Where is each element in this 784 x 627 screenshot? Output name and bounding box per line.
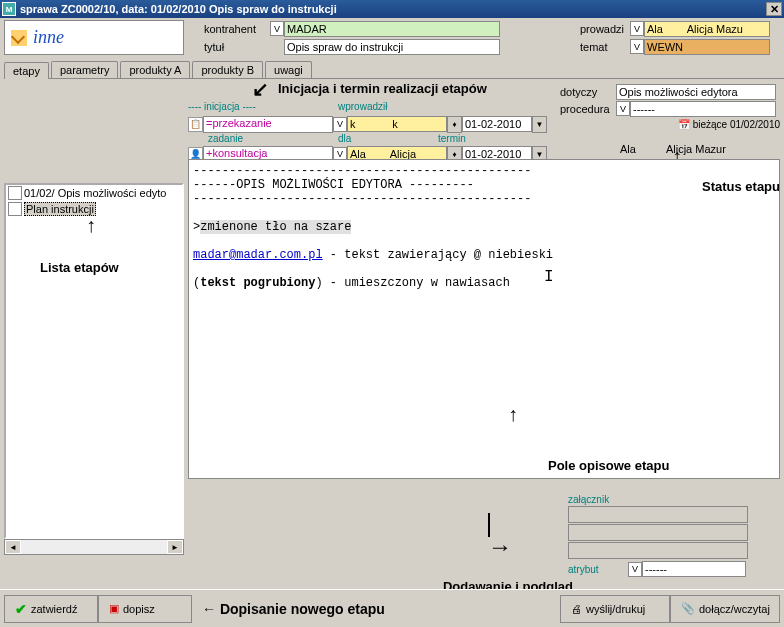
attachment-field-3[interactable] bbox=[568, 542, 748, 559]
atrybut-field[interactable] bbox=[642, 561, 746, 577]
tytul-label: tytuł bbox=[204, 41, 270, 53]
dotyczy-field[interactable] bbox=[616, 84, 776, 100]
category-box[interactable]: inne bbox=[4, 20, 184, 55]
date1-field[interactable] bbox=[462, 116, 532, 132]
title-bar: M sprawa ZC0002/10, data: 01/02/2010 Opi… bbox=[0, 0, 784, 18]
biezace-label: 📅 bieżące 01/02/2010 bbox=[678, 119, 780, 130]
footer-toolbar: ✔ zatwierdź ▣ dopisz ← Dopisanie nowego … bbox=[0, 589, 784, 627]
stage-type-field[interactable]: =przekazanie bbox=[203, 116, 333, 133]
doc-icon bbox=[8, 186, 22, 200]
printer-icon: 🖨 bbox=[571, 603, 582, 615]
dla-header: dla bbox=[338, 133, 438, 144]
app-icon: M bbox=[2, 2, 16, 16]
tab-bar: etapy parametry produkty A produkty B uw… bbox=[4, 61, 784, 79]
list-item[interactable]: Plan instrukcji bbox=[6, 201, 182, 217]
termin-header: termin bbox=[438, 133, 508, 144]
prowadzi-lookup[interactable]: V bbox=[630, 21, 644, 36]
main-area: 01/02/ Opis możliwości edyto Plan instru… bbox=[0, 79, 784, 559]
prowadzi-field[interactable] bbox=[644, 21, 770, 37]
procedura-label: procedura bbox=[560, 103, 616, 115]
procedura-field[interactable] bbox=[630, 101, 776, 117]
tab-produkty-b[interactable]: produkty B bbox=[192, 61, 263, 78]
temat-field[interactable] bbox=[644, 39, 770, 55]
date1-spin[interactable]: ♦ bbox=[447, 116, 462, 133]
zadanie-header: zadanie bbox=[188, 133, 338, 144]
header-area: inne kontrahent V tytuł prowadzi V temat… bbox=[0, 18, 784, 57]
calendar-icon: 📅 bbox=[678, 119, 690, 130]
wprowadzil-lookup[interactable]: V bbox=[333, 117, 347, 132]
tytul-field[interactable] bbox=[284, 39, 500, 55]
list-item-label: Plan instrukcji bbox=[24, 202, 96, 216]
doc-icon bbox=[8, 202, 22, 216]
date1-drop[interactable]: ▼ bbox=[532, 116, 547, 133]
kontrahent-lookup[interactable]: V bbox=[270, 21, 284, 36]
add-button[interactable]: ▣ dopisz bbox=[98, 595, 192, 623]
attachment-area: załącznik atrybut V bbox=[568, 493, 780, 577]
kontrahent-field[interactable] bbox=[284, 21, 500, 37]
status-ala: Ala bbox=[620, 143, 636, 155]
print-button[interactable]: 🖨 wyślij/drukuj bbox=[560, 595, 670, 623]
tab-parametry[interactable]: parametry bbox=[51, 61, 119, 78]
kontrahent-label: kontrahent bbox=[204, 23, 270, 35]
atrybut-label: atrybut bbox=[568, 564, 628, 575]
atrybut-lookup[interactable]: V bbox=[628, 562, 642, 577]
inicjacja-header: ---- inicjacja ---- bbox=[188, 101, 338, 112]
attach-button[interactable]: 📎 dołącz/wczytaj bbox=[670, 595, 780, 623]
annotation-top: Inicjacja i termin realizacji etapów bbox=[278, 81, 487, 96]
window-title: sprawa ZC0002/10, data: 01/02/2010 Opis … bbox=[20, 3, 766, 15]
dotyczy-label: dotyczy bbox=[560, 86, 616, 98]
list-item-label: 01/02/ Opis możliwości edyto bbox=[24, 187, 166, 199]
add-label: dopisz bbox=[123, 603, 155, 615]
procedura-lookup[interactable]: V bbox=[616, 101, 630, 116]
status-area: Ala Alicja Mazur bbox=[620, 143, 780, 155]
tab-produkty-a[interactable]: produkty A bbox=[120, 61, 190, 78]
confirm-label: zatwierdź bbox=[31, 603, 77, 615]
prowadzi-label: prowadzi bbox=[580, 23, 630, 35]
tab-etapy[interactable]: etapy bbox=[4, 62, 49, 79]
scroll-track[interactable] bbox=[21, 540, 167, 554]
add-icon: ▣ bbox=[109, 602, 119, 615]
scroll-right-button[interactable]: ► bbox=[167, 540, 183, 554]
clip-icon: 📎 bbox=[681, 602, 695, 615]
description-editor[interactable]: ----------------------------------------… bbox=[188, 159, 780, 479]
attachment-field-1[interactable] bbox=[568, 506, 748, 523]
text-cursor: I bbox=[544, 268, 554, 286]
list-scrollbar[interactable]: ◄ ► bbox=[4, 539, 184, 555]
stage-list[interactable]: 01/02/ Opis możliwości edyto Plan instru… bbox=[4, 183, 184, 539]
check-icon: ✔ bbox=[15, 601, 27, 617]
temat-lookup[interactable]: V bbox=[630, 39, 644, 54]
attach-label: dołącz/wczytaj bbox=[699, 603, 770, 615]
zalacznik-label: załącznik bbox=[568, 494, 609, 505]
wprowadzil-header: wprowadził bbox=[338, 101, 438, 112]
status-alicja: Alicja Mazur bbox=[666, 143, 726, 155]
print-label: wyślij/drukuj bbox=[586, 603, 645, 615]
stage-type-icon[interactable]: 📋 bbox=[188, 117, 203, 132]
category-label: inne bbox=[33, 27, 64, 48]
left-panel: 01/02/ Opis możliwości edyto Plan instru… bbox=[4, 83, 184, 555]
tab-uwagi[interactable]: uwagi bbox=[265, 61, 312, 78]
attachment-field-2[interactable] bbox=[568, 524, 748, 541]
annotation-footer: ← Dopisanie nowego etapu bbox=[202, 601, 385, 617]
right-panel: Inicjacja i termin realizacji etapów ↙ -… bbox=[188, 83, 780, 555]
confirm-button[interactable]: ✔ zatwierdź bbox=[4, 595, 98, 623]
wprowadzil-field[interactable] bbox=[347, 116, 447, 132]
temat-label: temat bbox=[580, 41, 630, 53]
folder-icon bbox=[11, 30, 27, 46]
close-button[interactable]: ✕ bbox=[766, 2, 782, 16]
list-item[interactable]: 01/02/ Opis możliwości edyto bbox=[6, 185, 182, 201]
scroll-left-button[interactable]: ◄ bbox=[5, 540, 21, 554]
